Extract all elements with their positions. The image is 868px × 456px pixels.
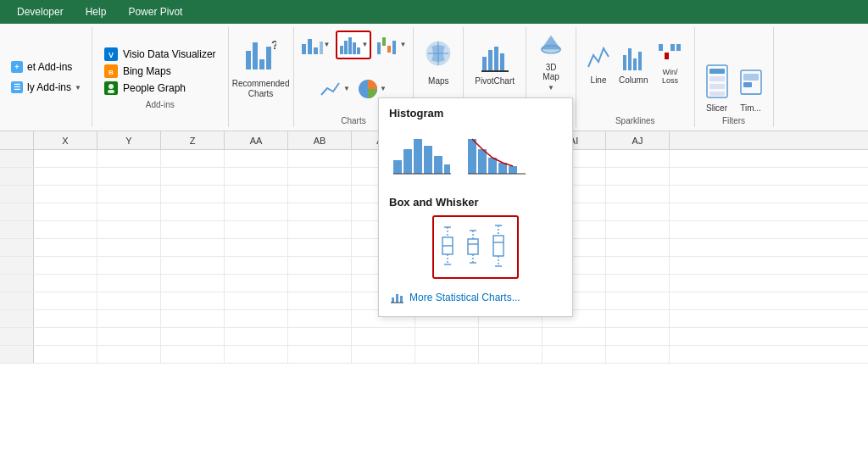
- cell[interactable]: [161, 257, 225, 275]
- maps-button[interactable]: Maps: [420, 31, 456, 94]
- col-header-aa[interactable]: AA: [225, 131, 288, 149]
- cell[interactable]: [415, 328, 479, 346]
- cell[interactable]: [542, 328, 606, 346]
- cell[interactable]: [288, 328, 352, 346]
- more-statistical-charts-link[interactable]: More Statistical Charts...: [387, 287, 564, 308]
- cell[interactable]: [606, 310, 670, 328]
- people-graph-addin[interactable]: People Graph: [101, 80, 220, 97]
- cell[interactable]: [34, 239, 97, 257]
- column-chart-button[interactable]: ▼: [299, 32, 332, 58]
- cell[interactable]: [34, 221, 97, 239]
- cell[interactable]: [352, 328, 415, 346]
- cell[interactable]: [606, 203, 670, 221]
- cell[interactable]: [225, 292, 288, 310]
- cell[interactable]: [161, 150, 225, 168]
- cell[interactable]: [225, 186, 288, 203]
- cell[interactable]: [97, 221, 161, 239]
- cell[interactable]: [606, 292, 670, 310]
- my-addins-button[interactable]: ☰ ly Add-ins ▼: [7, 79, 85, 96]
- cell[interactable]: [225, 346, 288, 364]
- cell[interactable]: [97, 239, 161, 257]
- cell[interactable]: [34, 275, 97, 292]
- cell[interactable]: [288, 310, 352, 328]
- cell[interactable]: [606, 150, 670, 168]
- histogram-option-1[interactable]: [387, 126, 455, 184]
- cell[interactable]: [34, 328, 97, 346]
- winloss-sparkline-button[interactable]: Win/Loss: [654, 31, 687, 86]
- cell[interactable]: [34, 150, 97, 168]
- cell[interactable]: [34, 168, 97, 186]
- cell[interactable]: [479, 346, 542, 364]
- cell[interactable]: [225, 328, 288, 346]
- cell[interactable]: [161, 221, 225, 239]
- tab-help[interactable]: Help: [75, 3, 117, 21]
- cell[interactable]: [606, 275, 670, 292]
- col-header-z[interactable]: Z: [161, 131, 225, 149]
- cell[interactable]: [161, 239, 225, 257]
- cell[interactable]: [288, 239, 352, 257]
- cell[interactable]: [161, 328, 225, 346]
- cell[interactable]: [161, 168, 225, 186]
- cell[interactable]: [34, 257, 97, 275]
- cell[interactable]: [606, 257, 670, 275]
- cell[interactable]: [606, 328, 670, 346]
- col-header-ab[interactable]: AB: [288, 131, 352, 149]
- cell[interactable]: [161, 346, 225, 364]
- cell[interactable]: [225, 168, 288, 186]
- cell[interactable]: [288, 275, 352, 292]
- pivotchart-button[interactable]: PivotChart: [470, 31, 519, 94]
- cell[interactable]: [97, 346, 161, 364]
- col-header-x[interactable]: X: [34, 131, 97, 149]
- cell[interactable]: [606, 239, 670, 257]
- col-header-aj[interactable]: AJ: [606, 131, 670, 149]
- cell[interactable]: [288, 292, 352, 310]
- cell[interactable]: [288, 221, 352, 239]
- cell[interactable]: [415, 346, 479, 364]
- cell[interactable]: [97, 168, 161, 186]
- cell[interactable]: [288, 168, 352, 186]
- get-addins-button[interactable]: + et Add-ins: [7, 58, 85, 75]
- cell[interactable]: [225, 150, 288, 168]
- cell[interactable]: [225, 275, 288, 292]
- cell[interactable]: [34, 186, 97, 203]
- cell[interactable]: [225, 203, 288, 221]
- histogram-option-2[interactable]: [462, 126, 530, 184]
- cell[interactable]: [606, 186, 670, 203]
- cell[interactable]: [288, 346, 352, 364]
- cell[interactable]: [288, 150, 352, 168]
- tab-developer[interactable]: Developer: [7, 3, 74, 21]
- cell[interactable]: [34, 292, 97, 310]
- visio-addin[interactable]: V Visio Data Visualizer: [101, 46, 220, 63]
- cell[interactable]: [34, 203, 97, 221]
- cell[interactable]: [288, 186, 352, 203]
- col-header-y[interactable]: Y: [97, 131, 161, 149]
- cell[interactable]: [542, 346, 606, 364]
- slicer-button[interactable]: Slicer: [702, 62, 732, 114]
- line-chart-button[interactable]: ▼: [319, 76, 352, 102]
- box-whisker-option[interactable]: [432, 215, 519, 279]
- line-sparkline-button[interactable]: Line: [583, 38, 614, 86]
- 3dmap-button[interactable]: 3DMap ▼: [533, 31, 569, 94]
- tab-power-pivot[interactable]: Power Pivot: [118, 3, 192, 21]
- cell[interactable]: [97, 257, 161, 275]
- cell[interactable]: [161, 203, 225, 221]
- bing-maps-addin[interactable]: B Bing Maps: [101, 63, 220, 80]
- cell[interactable]: [97, 328, 161, 346]
- cell[interactable]: [479, 328, 542, 346]
- statistical-chart-button[interactable]: ▼: [336, 31, 372, 59]
- timeline-button[interactable]: Tim...: [736, 62, 766, 114]
- cell[interactable]: [34, 310, 97, 328]
- cell[interactable]: [161, 310, 225, 328]
- cell[interactable]: [352, 346, 415, 364]
- cell[interactable]: [97, 203, 161, 221]
- cell[interactable]: [225, 310, 288, 328]
- cell[interactable]: [34, 346, 97, 364]
- cell[interactable]: [97, 150, 161, 168]
- cell[interactable]: [606, 168, 670, 186]
- cell[interactable]: [97, 275, 161, 292]
- cell[interactable]: [606, 346, 670, 364]
- cell[interactable]: [161, 186, 225, 203]
- cell[interactable]: [288, 257, 352, 275]
- column-sparkline-button[interactable]: Column: [615, 38, 651, 86]
- recommended-charts-button[interactable]: ? RecommendedCharts: [236, 31, 287, 103]
